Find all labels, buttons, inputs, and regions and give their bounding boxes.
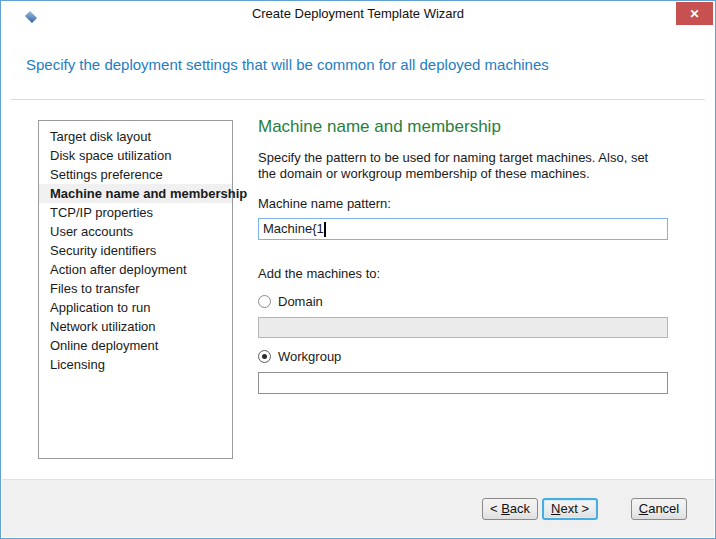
- sidebar-item-security-identifiers[interactable]: Security identifiers: [39, 241, 232, 260]
- back-button[interactable]: < Back: [482, 498, 538, 520]
- machine-name-pattern-input[interactable]: Machine{1: [258, 218, 668, 240]
- wizard-instruction: Specify the deployment settings that wil…: [26, 56, 685, 73]
- back-label-pre: <: [490, 501, 501, 516]
- step-content: Machine name and membership Specify the …: [258, 117, 668, 405]
- close-button[interactable]: ✕: [676, 2, 713, 25]
- sidebar-item-user-accounts[interactable]: User accounts: [39, 222, 232, 241]
- workgroup-name-input[interactable]: [258, 372, 668, 394]
- page-title: Machine name and membership: [258, 117, 668, 137]
- cancel-button[interactable]: Cancel: [631, 498, 687, 520]
- back-label-mnemonic: B: [501, 501, 510, 516]
- sidebar-item-settings-preference[interactable]: Settings preference: [39, 165, 232, 184]
- header-divider: [11, 99, 705, 100]
- domain-radio[interactable]: Domain: [258, 294, 668, 309]
- sidebar-item-files-to-transfer[interactable]: Files to transfer: [39, 279, 232, 298]
- text-caret: [324, 222, 326, 237]
- sidebar-item-disk-space-utilization[interactable]: Disk space utilization: [39, 146, 232, 165]
- close-icon: ✕: [689, 7, 699, 21]
- workgroup-radio-label: Workgroup: [278, 349, 341, 364]
- back-label-rest: ack: [510, 501, 530, 516]
- sidebar-item-licensing[interactable]: Licensing: [39, 355, 232, 374]
- machine-name-pattern-label: Machine name pattern:: [258, 196, 668, 211]
- step-description: Specify the pattern to be used for namin…: [258, 150, 660, 182]
- sidebar-item-online-deployment[interactable]: Online deployment: [39, 336, 232, 355]
- sidebar-item-machine-name-and-membership[interactable]: Machine name and membership: [39, 184, 232, 203]
- sidebar-item-application-to-run[interactable]: Application to run: [39, 298, 232, 317]
- next-label-mnemonic: N: [551, 501, 560, 516]
- sidebar-item-target-disk-layout[interactable]: Target disk layout: [39, 127, 232, 146]
- window-title: Create Deployment Template Wizard: [1, 1, 715, 29]
- add-machines-to-label: Add the machines to:: [258, 266, 668, 281]
- workgroup-radio-circle-icon: [258, 350, 271, 363]
- sidebar-item-network-utilization[interactable]: Network utilization: [39, 317, 232, 336]
- step-list: Target disk layout Disk space utilizatio…: [38, 120, 233, 459]
- cancel-label-mnemonic: C: [639, 501, 648, 516]
- titlebar[interactable]: Create Deployment Template Wizard ✕: [1, 1, 715, 29]
- sidebar-item-action-after-deployment[interactable]: Action after deployment: [39, 260, 232, 279]
- domain-name-input: [258, 317, 668, 338]
- machine-name-pattern-value: Machine{1: [263, 221, 324, 237]
- cancel-label-rest: ancel: [648, 501, 679, 516]
- next-label-rest: ext >: [560, 501, 589, 516]
- domain-radio-label: Domain: [278, 294, 323, 309]
- next-button[interactable]: Next >: [542, 498, 598, 520]
- footer-bar: < Back Next > Cancel: [2, 479, 714, 537]
- domain-radio-circle-icon: [258, 295, 271, 308]
- workgroup-radio[interactable]: Workgroup: [258, 349, 668, 364]
- sidebar-item-tcpip-properties[interactable]: TCP/IP properties: [39, 203, 232, 222]
- wizard-buttons: < Back Next > Cancel: [482, 498, 687, 520]
- wizard-window: Create Deployment Template Wizard ✕ Spec…: [0, 0, 716, 539]
